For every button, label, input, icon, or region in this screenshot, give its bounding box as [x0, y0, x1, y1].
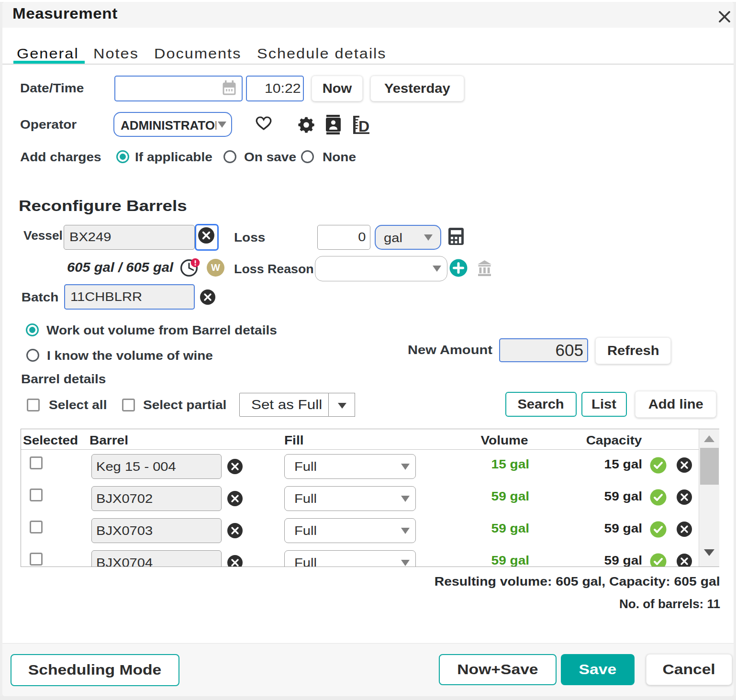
svg-text:D: D: [358, 118, 369, 134]
